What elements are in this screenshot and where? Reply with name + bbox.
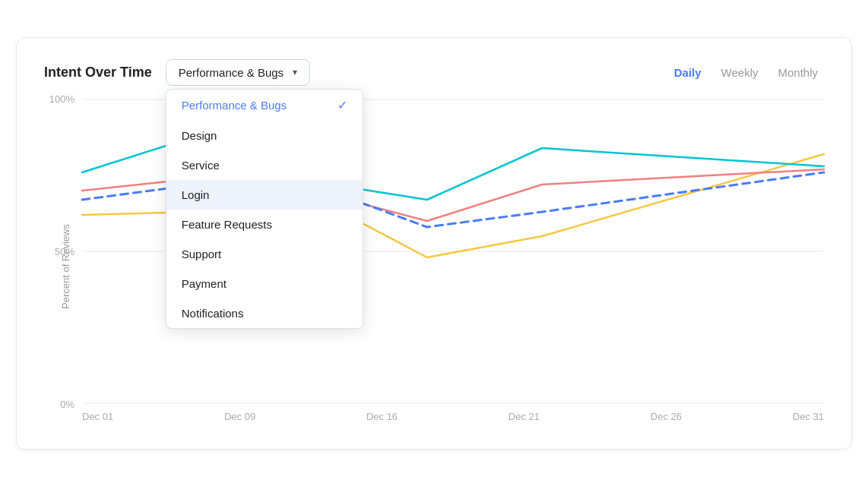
svg-text:0%: 0%: [60, 399, 74, 410]
daily-filter-button[interactable]: Daily: [668, 63, 708, 82]
x-axis: Dec 01 Dec 09 Dec 16 Dec 21 Dec 26 Dec 3…: [82, 403, 824, 434]
chart-title: Intent Over Time: [44, 65, 152, 80]
dropdown-item[interactable]: Login: [166, 180, 363, 210]
svg-text:100%: 100%: [49, 93, 75, 105]
x-label-dec09: Dec 09: [224, 411, 255, 422]
x-label-dec21: Dec 21: [508, 411, 540, 422]
chart-header: Intent Over Time Performance & Bugs ▾ Pe…: [44, 59, 824, 86]
y-axis-label: Percent of Reviews: [60, 224, 71, 309]
x-label-dec31: Dec 31: [793, 411, 824, 422]
dropdown-item[interactable]: Support: [166, 239, 363, 269]
dropdown-selected-label: Performance & Bugs: [179, 66, 284, 79]
time-filters: Daily Weekly Monthly: [668, 63, 824, 82]
x-label-dec01: Dec 01: [82, 411, 113, 422]
chart-container: Intent Over Time Performance & Bugs ▾ Pe…: [16, 37, 852, 450]
weekly-filter-button[interactable]: Weekly: [715, 63, 765, 82]
dropdown-item[interactable]: Notifications: [166, 298, 363, 328]
check-icon: ✓: [337, 98, 347, 112]
header-left: Intent Over Time Performance & Bugs ▾ Pe…: [44, 59, 310, 86]
dropdown-item[interactable]: Design: [166, 121, 363, 150]
dropdown-menu: Performance & Bugs✓DesignServiceLoginFea…: [166, 89, 363, 329]
monthly-filter-button[interactable]: Monthly: [771, 63, 824, 82]
dropdown-item[interactable]: Performance & Bugs✓: [166, 90, 363, 121]
category-dropdown[interactable]: Performance & Bugs ▾: [166, 59, 310, 86]
chart-area: Percent of Reviews 100% 50% 0% Dec 01 De…: [44, 99, 824, 434]
x-label-dec16: Dec 16: [366, 411, 398, 422]
dropdown-wrapper: Performance & Bugs ▾ Performance & Bugs✓…: [166, 59, 310, 86]
x-label-dec26: Dec 26: [651, 411, 682, 422]
dropdown-item[interactable]: Feature Requests: [166, 210, 363, 239]
dropdown-item[interactable]: Payment: [166, 269, 363, 298]
svg-text:50%: 50%: [55, 246, 74, 257]
dropdown-item[interactable]: Service: [166, 150, 363, 180]
chevron-down-icon: ▾: [293, 67, 297, 77]
